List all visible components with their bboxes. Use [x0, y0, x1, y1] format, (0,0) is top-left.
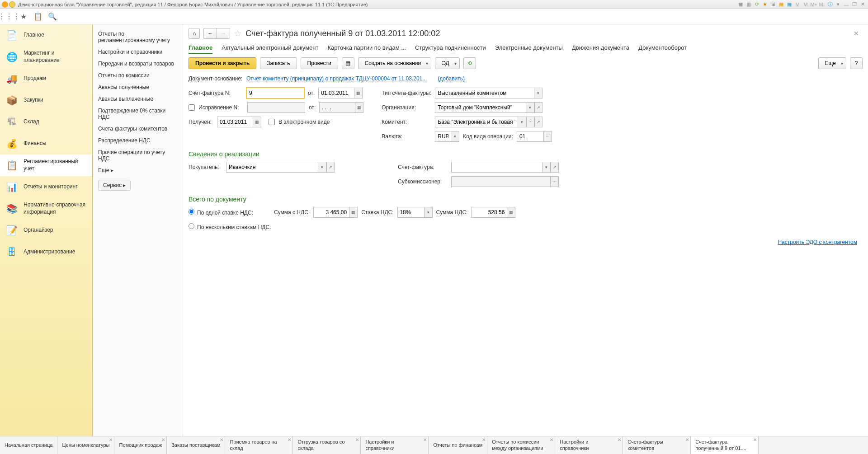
doc-tab-3[interactable]: Структура подчиненности [415, 42, 486, 54]
star-icon[interactable]: ★ [19, 12, 28, 21]
bottom-tab-3[interactable]: Заказы поставщикам✕ [167, 436, 225, 454]
nav-item-8[interactable]: 📚Нормативно-справочная информация [0, 198, 92, 220]
bottom-tab-close-icon[interactable]: ✕ [288, 437, 291, 443]
list-icon-button[interactable]: ▤ [342, 57, 354, 69]
bottom-tab-11[interactable]: Счет-фактура полученный 9 от 01....✕ [691, 436, 759, 454]
bottom-tab-close-icon[interactable]: ✕ [161, 437, 165, 443]
sub-more[interactable]: Еще ▸ [93, 164, 183, 176]
back-button[interactable]: ← [203, 28, 217, 39]
doc-tab-6[interactable]: Документооборот [638, 42, 687, 54]
sub-item-1[interactable]: Настройки и справочники [93, 46, 183, 58]
single-rate-radio[interactable] [189, 209, 194, 215]
tb-tool-5[interactable]: ⊞ [769, 1, 777, 8]
sub-item-9[interactable]: Прочие операции по учету НДС [93, 146, 183, 164]
dropdown-icon[interactable]: ▾ [835, 1, 842, 8]
bottom-tab-close-icon[interactable]: ✕ [550, 437, 553, 443]
minimize-icon[interactable]: — [843, 1, 850, 8]
save-button[interactable]: Записать [260, 57, 297, 69]
bottom-tab-1[interactable]: Цены номенклатуры✕ [57, 436, 114, 454]
vat-sum-input[interactable] [471, 207, 507, 218]
tb-tool-6[interactable]: ▦ [778, 1, 785, 8]
op-code-select-icon[interactable]: ⋯ [544, 131, 552, 142]
clipboard-icon[interactable]: 📋 [33, 12, 42, 21]
tb-tool-7[interactable]: ▦ [786, 1, 793, 8]
tb-tool-1[interactable]: ▦ [737, 1, 744, 8]
invoice-no-input[interactable] [246, 88, 304, 98]
type-dropdown-icon[interactable]: ▾ [534, 88, 542, 98]
vat-sum-calc-icon[interactable]: ▦ [507, 207, 515, 218]
bottom-tab-9[interactable]: Настройки и справочники✕ [555, 436, 623, 454]
org-input[interactable] [435, 102, 526, 113]
bottom-tab-6[interactable]: Настройки и справочники✕ [361, 436, 429, 454]
type-input[interactable] [435, 88, 534, 98]
refresh-button[interactable]: ⟲ [463, 57, 476, 69]
invoice-ref-dropdown-icon[interactable]: ▾ [542, 162, 551, 173]
received-date-input[interactable] [217, 117, 253, 127]
sub-item-5[interactable]: Авансы выплаченные [93, 93, 183, 105]
maximize-icon[interactable]: ❐ [851, 1, 858, 8]
create-based-button[interactable]: Создать на основании [358, 57, 432, 69]
bottom-tab-2[interactable]: Помощник продаж✕ [114, 436, 167, 454]
help-icon[interactable]: ⓘ [826, 1, 834, 8]
currency-dropdown-icon[interactable]: ▾ [451, 131, 459, 142]
nav-item-6[interactable]: 📋Регламентированный учет [0, 154, 92, 176]
tb-tool-4[interactable]: ★ [761, 1, 769, 8]
bottom-tab-close-icon[interactable]: ✕ [109, 437, 113, 443]
sum-vat-input[interactable] [313, 207, 349, 218]
from-date-input[interactable] [318, 88, 354, 98]
bottom-tab-10[interactable]: Счета-фактуры комитентов✕ [623, 436, 691, 454]
op-code-input[interactable] [517, 131, 544, 142]
sum-vat-calc-icon[interactable]: ▦ [349, 207, 358, 218]
doc-tab-4[interactable]: Электронные документы [495, 42, 563, 54]
nav-item-9[interactable]: 📝Органайзер [0, 220, 92, 241]
bottom-tab-close-icon[interactable]: ✕ [423, 437, 427, 443]
invoice-ref-open-icon[interactable]: ↗ [551, 162, 559, 173]
sub-item-6[interactable]: Подтверждение 0% ставки НДС [93, 105, 183, 123]
nav-item-1[interactable]: 🌐Маркетинг и планирование [0, 46, 92, 68]
komitent-open-icon[interactable]: ↗ [534, 117, 542, 127]
sub-item-8[interactable]: Распределение НДС [93, 135, 183, 146]
forward-button[interactable]: → [217, 28, 230, 39]
nav-item-2[interactable]: 🚚Продажи [0, 68, 92, 89]
from-date-picker-icon[interactable]: ▦ [354, 88, 363, 98]
tb-m4[interactable]: M- [818, 1, 826, 8]
tb-m2[interactable]: M [802, 1, 809, 8]
bottom-tab-4[interactable]: Приемка товаров на склад✕ [225, 436, 293, 454]
bottom-tab-close-icon[interactable]: ✕ [753, 437, 757, 443]
buyer-input[interactable] [226, 162, 318, 173]
nav-item-4[interactable]: 🏗Склад [0, 111, 92, 133]
multi-rate-radio[interactable] [189, 223, 194, 229]
buyer-open-icon[interactable]: ↗ [326, 162, 335, 173]
bottom-tab-7[interactable]: Отчеты по финансам✕ [429, 436, 487, 454]
more-button[interactable]: Еще [818, 57, 846, 69]
close-icon[interactable]: ✕ [859, 1, 866, 8]
nav-item-0[interactable]: 📄Главное [0, 24, 92, 46]
close-document-icon[interactable]: ✕ [850, 30, 863, 37]
apps-icon[interactable]: ⋮⋮⋮ [5, 12, 14, 21]
sub-item-0[interactable]: Отчеты по регламентированному учету [93, 28, 183, 46]
doc-tab-0[interactable]: Главное [189, 42, 212, 54]
home-button[interactable]: ⌂ [189, 28, 200, 39]
correction-checkbox[interactable] [189, 104, 195, 111]
komitent-select-icon[interactable]: ⋯ [526, 117, 534, 127]
org-open-icon[interactable]: ↗ [534, 102, 542, 113]
bottom-tab-close-icon[interactable]: ✕ [618, 437, 621, 443]
bottom-tab-close-icon[interactable]: ✕ [220, 437, 223, 443]
subcom-select-icon[interactable]: ⋯ [551, 176, 559, 187]
doc-tab-5[interactable]: Движения документа [572, 42, 629, 54]
komitent-input[interactable] [435, 117, 518, 127]
bottom-tab-close-icon[interactable]: ✕ [355, 437, 359, 443]
sub-item-3[interactable]: Отчеты по комиссии [93, 70, 183, 81]
currency-input[interactable] [435, 131, 451, 142]
sub-item-7[interactable]: Счета-фактуры комитентов [93, 123, 183, 135]
post-and-close-button[interactable]: Провести и закрыть [189, 57, 256, 69]
doc-tab-1[interactable]: Актуальный электронный документ [222, 42, 318, 54]
tb-tool-3[interactable]: ⟳ [753, 1, 760, 8]
single-rate-radio-label[interactable]: По одной ставке НДС: [189, 209, 253, 216]
tb-m1[interactable]: M [794, 1, 801, 8]
vat-rate-dropdown-icon[interactable]: ▾ [425, 207, 433, 218]
nav-item-10[interactable]: 🗄Администрирование [0, 241, 92, 263]
bottom-tab-0[interactable]: Начальная страница [0, 436, 57, 454]
bottom-tab-8[interactable]: Отчеты по комиссии между организациями✕ [487, 436, 555, 454]
sub-service-button[interactable]: Сервис ▸ [98, 180, 131, 191]
